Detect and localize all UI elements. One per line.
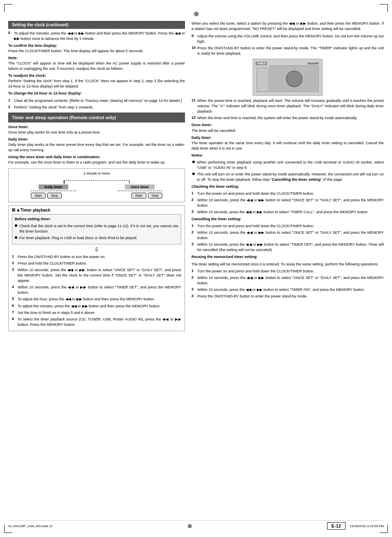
timer-step-4: 4 Within 10 seconds, press the ◀◀ or ▶▶ … bbox=[12, 285, 181, 295]
right-note-2: This unit will turn on or enter the powe… bbox=[192, 172, 384, 182]
before-setting-box: Before setting timer: Check that the clo… bbox=[12, 214, 181, 244]
timer-step-5: 5 To adjust the hour, press the ◀◀ or ▶▶… bbox=[12, 297, 181, 302]
timer-playback-title: ■ Timer playback bbox=[12, 208, 181, 212]
cancel-step-1: 1 Turn the power on and press and hold d… bbox=[191, 224, 384, 229]
right-item-10: 10 Press the ON/STAND-BY button to enter… bbox=[191, 46, 384, 56]
once-stop-btn[interactable]: Stop bbox=[148, 193, 163, 198]
corner-mark-tr bbox=[380, 4, 388, 12]
before-bullet2: For timer playback: Plug in USB or load … bbox=[15, 235, 178, 241]
circle-icon-4 bbox=[192, 173, 195, 175]
corner-mark-bl bbox=[4, 525, 12, 533]
check-step-2: 2 Within 10 seconds, press the ◀◀ or ▶▶ … bbox=[191, 198, 384, 208]
reuse-step-1: 1 Turn the power on and press and hold d… bbox=[191, 269, 384, 274]
check-step-3: 3 Within 10 seconds, press the ◀◀ or ▶▶ … bbox=[191, 210, 384, 215]
readjust-section: To readjust the clock: Perform "Setting … bbox=[8, 73, 185, 89]
timer-step-6: 6 To adjust the minutes, press the ◀◀ or… bbox=[12, 304, 181, 309]
cancelling-section: Cancelling the timer setting: 1 Turn the… bbox=[191, 217, 384, 253]
compass-symbol-top: ⊕ bbox=[194, 10, 199, 17]
timer-step-8: 8 To select the timer playback source (C… bbox=[12, 317, 181, 327]
circle-icon-2 bbox=[15, 236, 17, 239]
timer-diagram: 1 minute or more Daily timer bbox=[8, 168, 185, 202]
item-5: 5 To adjust the minutes, press the ◀◀ or… bbox=[8, 31, 185, 41]
note-section: Note: The "CLOCK" will appear or time wi… bbox=[8, 55, 185, 71]
compass-bottom: ⊕ bbox=[187, 523, 192, 529]
circle-icon-3 bbox=[192, 161, 195, 163]
daily-stop-btn[interactable]: Stop bbox=[47, 193, 62, 198]
confirm-section: To confirm the time display: Press the C… bbox=[8, 43, 185, 54]
right-item-9: 9 Adjust the volume using the VOLUME con… bbox=[191, 34, 384, 44]
timer-step-3: 3 Within 10 seconds, press the ◀◀ or ▶▶ … bbox=[12, 267, 181, 283]
reusing-section: Reusing the memorized timer setting: The… bbox=[191, 254, 384, 299]
footer-left: XL-DH229P_USA_EN.indd 12 bbox=[8, 524, 53, 528]
timer-step-1: 1 Press the ON/STAND-BY button to turn t… bbox=[12, 254, 181, 260]
reuse-step-2: 2 Within 10 seconds, press the ◀◀ or ▶▶ … bbox=[191, 275, 384, 286]
right-intro: When you select the tuner, select a stat… bbox=[191, 21, 384, 32]
timer-top-label: 1 minute or more bbox=[13, 171, 180, 175]
cancel-step-3: 3 Within 10 seconds, press the ◀◀ or ▶▶ … bbox=[191, 242, 384, 253]
reuse-step-3: 3 Within 10 seconds, press the ◀◀ or ▶▶ … bbox=[191, 287, 384, 293]
checking-section: Checking the timer setting: 1 Turn the p… bbox=[191, 184, 384, 215]
timer-steps: 1 Press the ON/STAND-BY button to turn t… bbox=[12, 254, 181, 327]
right-notes: Notes: When performing timer playback us… bbox=[191, 153, 384, 182]
timer-playback-bullet bbox=[12, 208, 15, 212]
device-image: TIMER SHARP bbox=[253, 59, 323, 96]
page-number: E-12 bbox=[327, 522, 346, 530]
timer-step-2: 2 Press and hold the CLOCK/TIMER button. bbox=[12, 261, 181, 266]
daily-start-btn[interactable]: Start bbox=[31, 193, 46, 198]
cancel-step-2: 2 Within 10 seconds, press the ◀◀ or ▶▶ … bbox=[191, 230, 384, 241]
once-timer-label: Once timer bbox=[125, 184, 154, 189]
daily-timer-section: Daily timer: Daily timer play works at t… bbox=[8, 137, 185, 153]
corner-mark-tl bbox=[4, 4, 12, 12]
corner-mark-br bbox=[380, 525, 388, 533]
combo-section: Using the once timer and daily timer in … bbox=[8, 154, 185, 165]
once-timer-section: Once timer: Once timer play works for on… bbox=[8, 124, 185, 135]
footer: XL-DH229P_USA_EN.indd 12 ⊕ E-12 12/28/20… bbox=[8, 520, 384, 530]
right-daily-timer: Daily timer: The timer operates at the s… bbox=[191, 135, 384, 151]
daily-timer-label: Daily timer bbox=[39, 184, 68, 189]
circle-icon-1 bbox=[15, 224, 17, 227]
before-bullet1: Check that the clock is set to the corre… bbox=[15, 224, 178, 234]
timer-playback-box: ■ Timer playback Before setting timer: C… bbox=[8, 205, 185, 331]
footer-right: 12/28/2010 3:23:55 PM bbox=[350, 524, 384, 528]
section-clock-header: Setting the clock (continued) bbox=[8, 21, 185, 29]
timer-step-7: 7 Set the time to finish as in steps 5 a… bbox=[12, 310, 181, 316]
reuse-step-4: 4 Press the ON/STAND-BY button to enter … bbox=[191, 294, 384, 299]
right-note-1: When performing timer playback using ano… bbox=[192, 160, 384, 171]
down-arrow-icon: ⇩ bbox=[12, 246, 181, 253]
change24-section: To change the 24-hour or 12-hour display… bbox=[8, 91, 185, 110]
right-once-timer: Once timer: The timer will be cancelled. bbox=[191, 122, 384, 133]
check-step-1: 1 Turn the power on and press and hold d… bbox=[191, 191, 384, 196]
section-timer-header: Timer and sleep operation (Remote contro… bbox=[8, 113, 185, 122]
right-item-11: 11 When the preset time is reached, play… bbox=[191, 98, 384, 114]
once-start-btn[interactable]: Start bbox=[131, 193, 146, 198]
right-item-12: 12 When the timer end time is reached, t… bbox=[191, 115, 384, 121]
